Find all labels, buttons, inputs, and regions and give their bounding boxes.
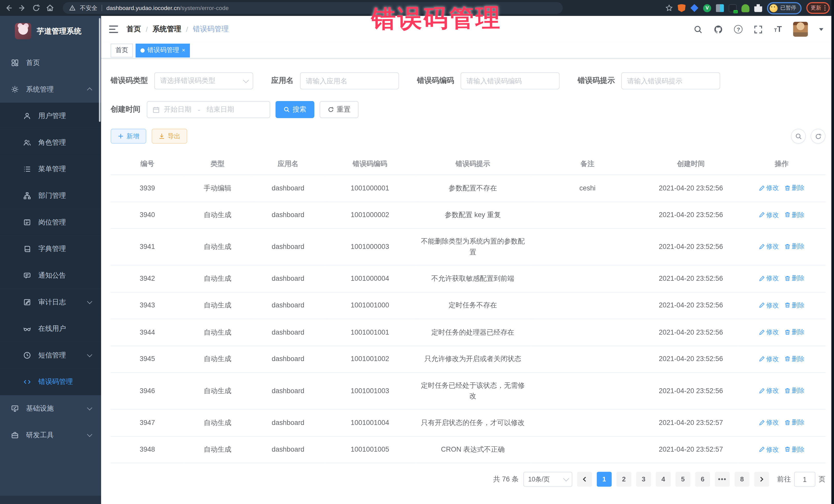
browser-menu-kebab-icon[interactable] [825,5,826,11]
tab-home[interactable]: 首页 [111,43,133,57]
edit-link[interactable]: 修改 [759,327,779,337]
page-button-6[interactable]: 6 [695,472,710,486]
edit-link[interactable]: 修改 [759,300,779,310]
sidebar-item-online-users[interactable]: 在线用户 [0,315,101,342]
chevron-down-icon [243,77,249,83]
extensions-puzzle-icon[interactable] [754,4,762,12]
bookmark-star-icon[interactable] [665,4,673,12]
page-button-3[interactable]: 3 [636,472,651,486]
font-size-icon[interactable]: TT [774,25,782,34]
delete-link[interactable]: 删除 [784,385,805,396]
page-button-4[interactable]: 4 [656,472,671,486]
search-button[interactable]: 搜索 [276,101,314,118]
chevron-down-icon [563,476,569,481]
back-icon[interactable] [4,4,13,12]
home-icon[interactable] [46,4,54,12]
extension-vue-devtools-icon[interactable]: V [703,4,711,12]
refresh-table-button[interactable] [811,129,826,144]
browser-profile-chip[interactable]: 已暂停 [767,2,802,14]
breadcrumb-system-management[interactable]: 系统管理 [152,24,181,34]
page-button-8[interactable]: 8 [734,472,749,486]
sidebar-item-notice-announcement[interactable]: 通知公告 [0,262,101,289]
more-pages-button[interactable]: ••• [715,472,730,486]
add-button[interactable]: 新增 [111,129,146,144]
extension-shield-icon[interactable] [678,4,686,12]
header-search-icon[interactable] [694,25,703,34]
edit-link[interactable]: 修改 [759,241,779,251]
extension-gem-icon[interactable] [690,4,698,12]
row-actions: 修改删除 [738,319,826,346]
edit-link[interactable]: 修改 [759,444,779,455]
sidebar-item-department-management[interactable]: 部门管理 [0,182,101,209]
github-icon[interactable] [714,25,723,34]
sidebar-item-infrastructure[interactable]: 基础设施 [0,395,101,422]
extension-tab-manager-icon[interactable]: on [729,4,737,12]
row-id: 3947 [111,409,184,436]
sidebar-item-post-management[interactable]: 岗位管理 [0,209,101,236]
sidebar-item-system-management[interactable]: 系统管理 [0,76,101,103]
menu-list-icon [23,166,31,173]
error-code-input[interactable] [461,73,559,89]
edit-link[interactable]: 修改 [759,273,779,283]
export-button[interactable]: 导出 [152,129,187,144]
avatar-caret-icon[interactable] [819,28,824,30]
delete-link[interactable]: 删除 [784,327,805,337]
error-type-select[interactable]: 请选择错误码类型 [154,72,253,89]
delete-link[interactable]: 删除 [784,182,805,193]
sidebar-item-home[interactable]: 首页 [0,49,101,76]
sidebar-item-menu-management[interactable]: 菜单管理 [0,156,101,182]
delete-link[interactable]: 删除 [784,273,805,283]
prev-page-button[interactable] [577,472,592,486]
edit-link[interactable]: 修改 [759,417,779,428]
hamburger-icon[interactable] [109,25,118,33]
toggle-search-button[interactable] [791,129,806,144]
page-url[interactable]: dashboard.yudao.iocoder.cn/system/error-… [107,5,229,11]
browser-update-button[interactable]: 更新 [806,2,830,14]
goto-page-input[interactable] [794,472,815,486]
sidebar-item-role-management[interactable]: 角色管理 [0,129,101,156]
error-hint-input[interactable] [622,73,720,89]
sidebar-item-dict-management[interactable]: 字典管理 [0,236,101,262]
row-remark [531,319,644,346]
forward-icon[interactable] [18,4,26,12]
tab-close-icon[interactable]: × [182,47,185,53]
fullscreen-icon[interactable] [754,25,763,34]
sidebar-item-user-management[interactable]: 用户管理 [0,103,101,129]
page-button-1[interactable]: 1 [597,472,612,486]
delete-link[interactable]: 删除 [784,417,805,428]
reset-button[interactable]: 重置 [320,101,358,118]
edit-link[interactable]: 修改 [759,353,779,364]
app-logo-row[interactable]: 芋道管理系统 [0,16,101,46]
delete-link[interactable]: 删除 [784,300,805,310]
page-button-5[interactable]: 5 [675,472,690,486]
sidebar-item-dev-tools[interactable]: 研发工具 [0,422,101,448]
sidebar-item-sms-management[interactable]: 短信管理 [0,342,101,369]
help-icon[interactable]: ? [734,25,743,34]
create-time-range-picker[interactable]: 开始日期 - 结束日期 [147,101,270,118]
edit-link[interactable]: 修改 [759,210,779,220]
reload-icon[interactable] [32,4,40,12]
app-name-input[interactable] [301,73,398,89]
delete-link[interactable]: 删除 [784,353,805,364]
sidebar-item-audit-log[interactable]: 审计日志 [0,289,101,315]
page-button-2[interactable]: 2 [616,472,631,486]
page-size-select[interactable]: 10条/页 [524,472,572,486]
next-page-button[interactable] [754,472,769,486]
delete-link[interactable]: 删除 [784,241,805,251]
user-avatar[interactable] [793,22,808,37]
security-label: 不安全 [80,4,97,12]
delete-link[interactable]: 删除 [784,210,805,220]
tab-error-code-management[interactable]: 错误码管理 × [136,43,190,57]
sidebar-item-error-code-management[interactable]: 错误码管理 [0,369,101,395]
delete-link[interactable]: 删除 [784,444,805,455]
breadcrumb-home[interactable]: 首页 [127,24,141,34]
row-code: 1001001000 [325,292,415,319]
edit-link[interactable]: 修改 [759,182,779,193]
row-actions: 修改删除 [738,202,826,229]
trash-icon [784,329,790,335]
extension-key-icon[interactable] [741,4,749,12]
extension-grid-icon[interactable] [716,4,724,12]
address-bar[interactable]: 不安全 dashboard.yudao.iocoder.cn/system/er… [63,2,563,14]
edit-link[interactable]: 修改 [759,385,779,396]
sidebar-scrollbar-thumb[interactable] [99,18,101,122]
